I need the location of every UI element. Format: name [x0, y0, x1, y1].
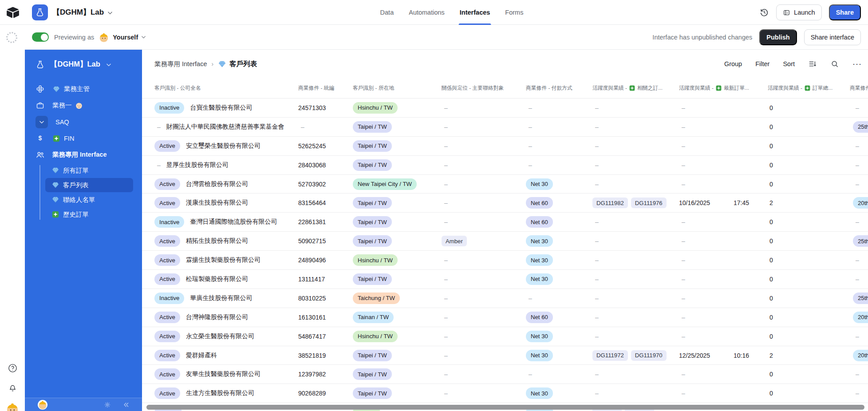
app-flask-icon[interactable]: [32, 4, 48, 20]
cell-order-count[interactable]: 0: [768, 371, 850, 378]
cell-location[interactable]: Taipei / TW: [353, 273, 442, 285]
sidebar-page-歷史訂單[interactable]: 歷史訂單: [45, 207, 133, 221]
tab-interfaces[interactable]: Interfaces: [460, 0, 490, 25]
cell-related-orders[interactable]: –: [592, 314, 679, 321]
cell-last-order[interactable]: –: [679, 333, 768, 340]
cell-order-count[interactable]: 0: [768, 257, 850, 264]
cell-tax-id[interactable]: 50902715: [298, 237, 353, 245]
notifications-bell-icon[interactable]: [8, 382, 18, 392]
cell-contact[interactable]: –: [442, 333, 526, 340]
cell-billing-day[interactable]: 25th: [850, 121, 868, 133]
tab-automations[interactable]: Automations: [409, 0, 445, 25]
table-row[interactable]: Active漢康生技股份有限公司83156464Taipei / TW–Net …: [142, 194, 868, 213]
cell-payment-terms[interactable]: Net 60: [526, 216, 592, 228]
publish-button[interactable]: Publish: [759, 29, 797, 45]
cell-contact[interactable]: –: [442, 295, 526, 302]
cell-contact[interactable]: –: [442, 352, 526, 359]
cell-order-count[interactable]: 0: [768, 123, 850, 130]
breadcrumb-parent[interactable]: 業務專用 Interface: [154, 60, 207, 68]
table-row[interactable]: Active安立璽榮生醫股份有限公司52625245Taipei / TW–––…: [142, 137, 868, 156]
cell-company[interactable]: Inactive華廣生技股份有限公司: [142, 292, 298, 304]
cell-order-count[interactable]: 0: [768, 104, 850, 111]
order-chip[interactable]: DG111976: [631, 198, 667, 208]
table-row[interactable]: Active友華生技醫藥股份有限公司12397982Taipei / TW–––…: [142, 365, 868, 384]
cell-payment-terms[interactable]: Net 30: [526, 387, 592, 399]
cell-contact[interactable]: –: [442, 162, 526, 169]
column-header[interactable]: 商業條件 - 統編: [298, 85, 353, 92]
table-row[interactable]: Inactive華廣生技股份有限公司80310225Taichung / TW–…: [142, 289, 868, 308]
cell-billing-day[interactable]: –: [850, 333, 868, 340]
table-row[interactable]: Active生達方生醫股份有限公司90268289Taipei / TW–Net…: [142, 384, 868, 403]
cell-contact[interactable]: –: [442, 218, 526, 225]
cell-last-order[interactable]: –: [679, 181, 768, 188]
cell-related-orders[interactable]: –: [592, 218, 679, 225]
cell-contact[interactable]: –: [442, 371, 526, 378]
cell-contact[interactable]: –: [442, 104, 526, 111]
cell-payment-terms[interactable]: Net 30: [526, 350, 592, 361]
cell-billing-day[interactable]: –: [850, 390, 868, 397]
cell-location[interactable]: Taipei / TW: [353, 350, 442, 361]
cell-billing-day[interactable]: –: [850, 104, 868, 111]
cell-related-orders[interactable]: –: [592, 333, 679, 340]
cell-company[interactable]: Inactive臺灣日通國際物流股份有限公司: [142, 216, 298, 228]
column-header[interactable]: 活躍度與業績 -相關之訂...: [592, 85, 679, 92]
table-row[interactable]: Active精拓生技股份有限公司50902715Taipei / TWAmber…: [142, 232, 868, 251]
cell-order-count[interactable]: 0: [768, 390, 850, 397]
cell-order-count[interactable]: 0: [768, 218, 850, 225]
history-icon[interactable]: [759, 8, 769, 17]
cell-payment-terms[interactable]: Net 30: [526, 235, 592, 247]
sidebar-base-title[interactable]: 【DGHM】Lab: [25, 50, 142, 74]
cell-payment-terms[interactable]: Net 60: [526, 197, 592, 209]
cell-payment-terms[interactable]: Net 30: [526, 273, 592, 285]
cell-last-order[interactable]: –: [679, 104, 768, 111]
share-button[interactable]: Share: [829, 4, 861, 20]
cell-related-orders[interactable]: –: [592, 276, 679, 283]
cell-payment-terms[interactable]: Net 30: [526, 331, 592, 342]
cell-tax-id[interactable]: 54867417: [298, 333, 353, 340]
sidebar-group-業務專用 Interface[interactable]: 業務專用 Interface: [25, 146, 142, 163]
sort-button[interactable]: Sort: [783, 60, 795, 67]
cell-contact[interactable]: –: [442, 123, 526, 130]
cell-company[interactable]: Active台灣神隆股份有限公司: [142, 312, 298, 323]
sidebar-group-業務主管[interactable]: 業務主管: [25, 81, 142, 97]
horizontal-scrollbar[interactable]: [146, 405, 864, 410]
cell-related-orders[interactable]: –: [592, 104, 679, 111]
column-header[interactable]: 商業條件: [850, 85, 868, 92]
cell-related-orders[interactable]: –: [592, 390, 679, 397]
user-avatar[interactable]: [5, 401, 20, 411]
table-row[interactable]: Active愛群婦產科38521819Taipei / TW–Net 30DG1…: [142, 346, 868, 365]
cell-last-order[interactable]: 12/25/202510:16: [679, 352, 768, 359]
cell-location[interactable]: Taipei / TW: [353, 235, 442, 247]
cell-billing-day[interactable]: –: [850, 257, 868, 264]
tab-forms[interactable]: Forms: [505, 0, 523, 25]
cell-contact[interactable]: –: [442, 390, 526, 397]
cell-related-orders[interactable]: –: [592, 257, 679, 264]
previewing-user[interactable]: Yourself: [113, 34, 146, 41]
column-header[interactable]: 商業條件 - 付款方式: [526, 85, 592, 92]
share-interface-button[interactable]: Share interface: [804, 29, 861, 45]
column-header[interactable]: 客戶識別 - 所在地: [353, 85, 442, 92]
table-row[interactable]: Active永立榮生醫股份有限公司54867417Hsinchu / TW–Ne…: [142, 327, 868, 346]
cell-billing-day[interactable]: –: [850, 162, 868, 169]
cell-location[interactable]: Taipei / TW: [353, 121, 442, 133]
cell-payment-terms[interactable]: Net 30: [526, 254, 592, 266]
cell-company[interactable]: –財團法人中華民國佛教慈濟慈善事業基金會: [142, 123, 298, 131]
cell-order-count[interactable]: 0: [768, 237, 850, 245]
base-title[interactable]: 【DGHM】Lab: [52, 7, 113, 17]
cell-payment-terms[interactable]: –: [526, 142, 592, 150]
cell-last-order[interactable]: –: [679, 371, 768, 378]
cell-order-count[interactable]: 2: [768, 352, 850, 359]
table-row[interactable]: Active霖揚生技製藥股份有限公司24890496Hsinchu / TW–N…: [142, 251, 868, 270]
cell-contact[interactable]: Amber: [442, 236, 526, 246]
cell-tax-id[interactable]: 24890496: [298, 257, 353, 264]
column-header[interactable]: 關係與定位 - 主要聯絡對象: [442, 85, 526, 92]
cell-location[interactable]: Taipei / TW: [353, 368, 442, 380]
cell-tax-id[interactable]: 22861381: [298, 218, 353, 225]
cell-tax-id[interactable]: 24571303: [298, 104, 353, 111]
cell-last-order[interactable]: –: [679, 142, 768, 150]
cell-company[interactable]: Active愛群婦產科: [142, 350, 298, 361]
cell-company[interactable]: Active永立榮生醫股份有限公司: [142, 331, 298, 342]
help-icon[interactable]: [8, 363, 18, 373]
cell-related-orders[interactable]: DG111982DG111976: [592, 198, 679, 208]
cell-payment-terms[interactable]: –: [526, 162, 592, 169]
